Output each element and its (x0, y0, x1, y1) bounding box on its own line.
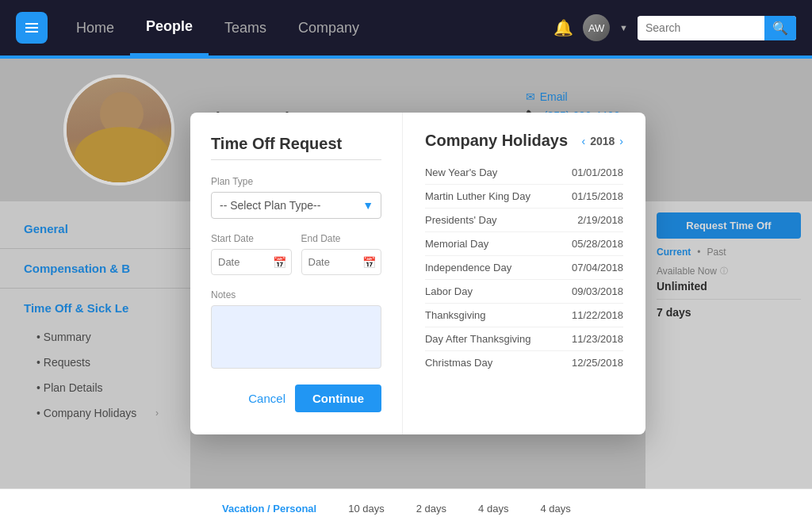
holiday-date: 07/04/2018 (572, 262, 623, 274)
holiday-name: Christmas Day (425, 357, 492, 369)
bottom-vacation[interactable]: Vacation / Personal (206, 503, 332, 515)
holiday-name: New Year's Day (425, 166, 497, 178)
avatar[interactable]: AW (583, 14, 610, 41)
holidays-panel: Company Holidays ‹ 2018 › New Year's Day… (403, 113, 645, 434)
bottom-col4: 4 days (524, 503, 586, 515)
cancel-button[interactable]: Cancel (248, 392, 285, 405)
holiday-date: 11/23/2018 (572, 333, 623, 345)
end-date-field: End Date 📅 (301, 233, 382, 275)
main-area: Alexandra Wren HR Generalist ✉ Email 📞 (… (0, 59, 812, 528)
holiday-date: 2/19/2018 (577, 214, 623, 226)
holiday-date: 09/03/2018 (572, 285, 623, 297)
holiday-date: 01/15/2018 (572, 190, 623, 202)
holiday-name: Presidents' Day (425, 214, 497, 226)
notes-textarea[interactable] (211, 305, 381, 369)
search-box: 🔍 (638, 16, 796, 40)
calendar-icon-end[interactable]: 📅 (362, 256, 376, 269)
holiday-name: Day After Thanksgiving (425, 333, 530, 345)
holiday-date: 05/28/2018 (572, 238, 623, 250)
holiday-row-8: Christmas Day 12/25/2018 (425, 351, 623, 374)
navbar: Home People Teams Company 🔔 AW ▼ 🔍 (0, 0, 812, 55)
notes-label: Notes (211, 289, 381, 300)
holiday-row-1: Martin Luther King Day 01/15/2018 (425, 185, 623, 209)
bottom-col1: 10 days (332, 503, 400, 515)
prev-year-arrow[interactable]: ‹ (582, 135, 586, 147)
holiday-row-3: Memorial Day 05/28/2018 (425, 232, 623, 256)
bottom-col2: 2 days (400, 503, 462, 515)
bottom-bar: Vacation / Personal 10 days 2 days 4 day… (0, 488, 812, 528)
form-divider (211, 159, 381, 160)
holiday-name: Memorial Day (425, 238, 488, 250)
continue-button[interactable]: Continue (295, 385, 381, 412)
start-date-label: Start Date (211, 233, 292, 244)
bell-icon[interactable]: 🔔 (553, 18, 573, 37)
nav-item-teams[interactable]: Teams (209, 0, 282, 55)
nav-item-people[interactable]: People (130, 0, 209, 55)
holidays-header: Company Holidays ‹ 2018 › (425, 132, 623, 150)
year-nav: ‹ 2018 › (582, 135, 624, 147)
nav-right: 🔔 AW ▼ 🔍 (553, 14, 796, 41)
holiday-row-2: Presidents' Day 2/19/2018 (425, 209, 623, 232)
bottom-col3: 4 days (462, 503, 524, 515)
holiday-date: 11/22/2018 (572, 309, 623, 321)
chevron-down-icon[interactable]: ▼ (619, 23, 628, 33)
plan-type-select-wrapper: -- Select Plan Type-- ▼ (211, 192, 381, 219)
modal-overlay: Time Off Request Plan Type -- Select Pla… (0, 59, 812, 488)
form-title: Time Off Request (211, 135, 381, 153)
calendar-icon-start[interactable]: 📅 (273, 256, 286, 269)
date-row: Start Date 📅 End Date 📅 (211, 233, 381, 275)
holiday-row-7: Day After Thanksgiving 11/23/2018 (425, 327, 623, 351)
nav-logo[interactable] (16, 12, 48, 44)
holiday-date: 01/01/2018 (572, 166, 623, 178)
logo-icon (22, 18, 41, 37)
year-label: 2018 (590, 135, 615, 147)
holiday-name: Thanksgiving (425, 309, 486, 321)
end-date-label: End Date (301, 233, 382, 244)
nav-item-company[interactable]: Company (282, 0, 375, 55)
search-button[interactable]: 🔍 (764, 16, 796, 40)
holiday-row-4: Independence Day 07/04/2018 (425, 256, 623, 280)
holidays-list: New Year's Day 01/01/2018 Martin Luther … (425, 161, 623, 374)
nav-item-home[interactable]: Home (60, 0, 130, 55)
plan-type-label: Plan Type (211, 176, 381, 187)
holiday-date: 12/25/2018 (572, 357, 623, 369)
timeoff-form-panel: Time Off Request Plan Type -- Select Pla… (190, 113, 403, 434)
modal-actions: Cancel Continue (211, 385, 381, 412)
holiday-row-6: Thanksgiving 11/22/2018 (425, 304, 623, 327)
holiday-row-5: Labor Day 09/03/2018 (425, 280, 623, 304)
holiday-name: Labor Day (425, 285, 473, 297)
holiday-name: Independence Day (425, 262, 511, 274)
search-input[interactable] (638, 17, 764, 39)
start-date-field: Start Date 📅 (211, 233, 292, 275)
holidays-title: Company Holidays (425, 132, 568, 150)
holiday-row-0: New Year's Day 01/01/2018 (425, 161, 623, 185)
modal-container: Time Off Request Plan Type -- Select Pla… (190, 113, 645, 434)
plan-type-select[interactable]: -- Select Plan Type-- (211, 192, 381, 219)
next-year-arrow[interactable]: › (619, 135, 623, 147)
holiday-name: Martin Luther King Day (425, 190, 530, 202)
